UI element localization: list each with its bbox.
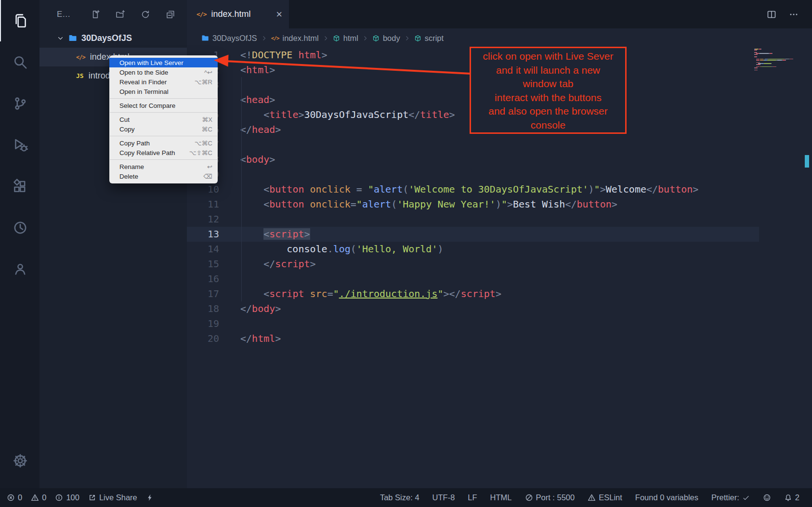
folder-icon <box>201 34 209 42</box>
menu-item-copy[interactable]: Copy⌘C <box>109 124 218 134</box>
html-file-icon: </> <box>196 11 206 18</box>
live-share-icon <box>88 494 96 502</box>
code-text <box>219 316 240 331</box>
status-smiley[interactable] <box>763 494 771 502</box>
line-number: 12 <box>187 212 219 227</box>
history-icon[interactable] <box>0 207 39 248</box>
new-file-icon[interactable] <box>91 10 100 19</box>
status-0[interactable]: 0 <box>7 493 22 502</box>
search-icon[interactable] <box>0 41 39 83</box>
close-icon[interactable]: × <box>276 9 282 20</box>
menu-separator <box>110 159 217 160</box>
status-html[interactable]: HTML <box>490 493 512 502</box>
status-live-share[interactable]: Live Share <box>88 493 137 502</box>
source-control-icon[interactable] <box>0 83 39 124</box>
chevron-down-icon <box>57 35 64 42</box>
status-prettier[interactable]: Prettier: <box>711 493 750 502</box>
code-text: <title>30DaysOfJavaScript</title> <box>219 107 455 122</box>
menu-item-open-with-live-server[interactable]: Open with Live Server <box>109 58 218 67</box>
status-found-0-variables[interactable]: Found 0 variables <box>635 493 698 502</box>
code-text <box>219 167 240 182</box>
code-text: <head> <box>219 92 275 107</box>
line-number: 13 <box>187 227 219 242</box>
line-number: 10 <box>187 182 219 197</box>
code-line-10[interactable]: 10 <button onclick = "alert('Welcome to … <box>187 182 759 197</box>
breadcrumb-item-body[interactable]: body <box>372 34 400 43</box>
code-text: <!DOCTYPE html> <box>219 48 327 63</box>
code-line-17[interactable]: 17 <script src="./introduction.js"></scr… <box>187 286 759 301</box>
status-bolt[interactable] <box>146 494 154 502</box>
menu-item-reveal-in-finder[interactable]: Reveal in Finder⌥⌘R <box>109 77 218 87</box>
breadcrumb-item-html[interactable]: html <box>333 34 358 43</box>
vscode-window: E… 30DaysOfJS </>index.htmlJSintroductio… <box>0 0 812 507</box>
symbol-cube-icon <box>372 35 380 42</box>
status-bar: 00100Live Share Tab Size: 4UTF-8LFHTMLPo… <box>0 488 812 507</box>
status-100[interactable]: 100 <box>55 493 79 502</box>
code-line-15[interactable]: 15 </script> <box>187 257 759 272</box>
code-line-8[interactable]: 8<body> <box>187 152 759 167</box>
symbol-cube-icon <box>414 35 421 42</box>
smiley-icon <box>763 494 771 502</box>
code-line-18[interactable]: 18</body> <box>187 301 759 316</box>
explorer-header-actions <box>91 10 175 19</box>
menu-item-select-for-compare[interactable]: Select for Compare <box>109 101 218 110</box>
explorer-icon[interactable] <box>0 0 39 41</box>
tab-index-html[interactable]: </> index.html × <box>187 0 289 28</box>
line-number: 20 <box>187 331 219 346</box>
activity-bar <box>0 0 39 488</box>
chevron-right-icon <box>404 35 410 41</box>
collapse-all-icon[interactable] <box>166 10 175 19</box>
minimap[interactable] <box>754 49 802 71</box>
code-text: <body> <box>219 152 275 167</box>
context-menu: Open with Live ServerOpen to the Side^↩R… <box>109 55 218 183</box>
check-icon <box>742 494 750 502</box>
new-folder-icon[interactable] <box>116 10 125 19</box>
code-text: </html> <box>219 331 281 346</box>
code-line-19[interactable]: 19 <box>187 316 759 331</box>
menu-item-rename[interactable]: Rename↩ <box>109 162 218 171</box>
error-icon <box>7 494 15 502</box>
menu-item-open-in-terminal[interactable]: Open in Terminal <box>109 87 218 96</box>
code-line-13[interactable]: 13 <script> <box>187 227 759 242</box>
code-line-16[interactable]: 16 <box>187 272 759 286</box>
extensions-icon[interactable] <box>0 166 39 207</box>
code-line-7[interactable]: 7 <box>187 137 759 152</box>
run-debug-icon[interactable] <box>0 124 39 166</box>
settings-gear-icon[interactable] <box>0 440 39 481</box>
code-line-12[interactable]: 12 <box>187 212 759 227</box>
menu-item-open-to-the-side[interactable]: Open to the Side^↩ <box>109 67 218 77</box>
line-number: 11 <box>187 197 219 212</box>
code-line-14[interactable]: 14 console.log('Hello, World') <box>187 242 759 257</box>
bell-icon <box>784 494 792 502</box>
code-line-11[interactable]: 11 <button onclick="alert('Happy New Yea… <box>187 197 759 212</box>
chevron-right-icon <box>261 35 267 41</box>
code-line-9[interactable]: 9 <box>187 167 759 182</box>
breadcrumb-item-index-html[interactable]: </>index.html <box>271 34 319 43</box>
status-eslint[interactable]: ESLint <box>588 493 622 502</box>
status-lf[interactable]: LF <box>468 493 477 502</box>
code-text: </body> <box>219 301 281 316</box>
breadcrumb-item-30daysofjs[interactable]: 30DaysOfJS <box>201 34 257 43</box>
code-text: <html> <box>219 63 275 78</box>
status-tab-size-4[interactable]: Tab Size: 4 <box>380 493 419 502</box>
status-bar-left: 00100Live Share <box>7 493 154 502</box>
status-utf-8[interactable]: UTF-8 <box>432 493 455 502</box>
status-2[interactable]: 2 <box>784 493 799 502</box>
status-bar-right: Tab Size: 4UTF-8LFHTMLPort : 5500ESLintF… <box>380 493 799 502</box>
live-share-icon[interactable] <box>0 248 39 290</box>
more-actions-icon[interactable] <box>789 10 799 19</box>
html-file-icon: </> <box>271 35 279 41</box>
line-number: 18 <box>187 301 219 316</box>
status-0[interactable]: 0 <box>31 493 46 502</box>
status-port-5500[interactable]: Port : 5500 <box>525 493 575 502</box>
split-editor-icon[interactable] <box>767 10 776 19</box>
code-line-20[interactable]: 20</html> <box>187 331 759 346</box>
menu-item-copy-path[interactable]: Copy Path⌥⌘C <box>109 138 218 148</box>
breadcrumb-item-script[interactable]: script <box>414 34 444 43</box>
menu-item-copy-relative-path[interactable]: Copy Relative Path⌥⇧⌘C <box>109 148 218 157</box>
menu-item-cut[interactable]: Cut⌘X <box>109 115 218 124</box>
refresh-icon[interactable] <box>141 10 150 19</box>
menu-item-delete[interactable]: Delete⌫ <box>109 171 218 181</box>
menu-separator <box>110 98 217 99</box>
folder-root-30daysofjs[interactable]: 30DaysOfJS <box>39 28 187 48</box>
